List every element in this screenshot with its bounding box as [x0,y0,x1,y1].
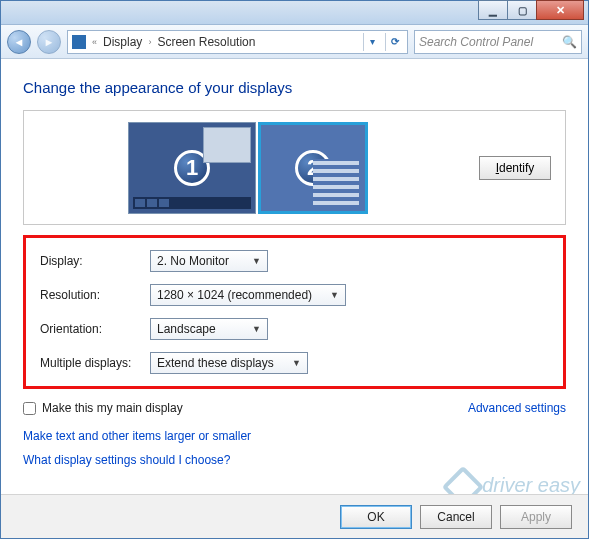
orientation-value: Landscape [157,322,216,336]
monitor-2[interactable]: 2 [258,122,368,214]
titlebar[interactable] [1,1,588,25]
resolution-value: 1280 × 1024 (recommended) [157,288,312,302]
display-label: Display: [40,254,150,268]
identify-button[interactable]: Identify [479,156,551,180]
chevron-right-icon: › [148,37,151,47]
resolution-combobox[interactable]: 1280 × 1024 (recommended) ▼ [150,284,346,306]
control-panel-icon [72,35,86,49]
display-value: 2. No Monitor [157,254,229,268]
advanced-settings-link[interactable]: Advanced settings [468,401,566,415]
back-button[interactable]: ◄ [7,30,31,54]
window-preview-icon [203,127,251,163]
display-combobox[interactable]: 2. No Monitor ▼ [150,250,268,272]
display-preview-panel: 1 2 Identify [23,110,566,225]
search-input[interactable]: Search Control Panel 🔍 [414,30,582,54]
chevron-down-icon: ▼ [330,290,339,300]
main-display-label: Make this my main display [42,401,183,415]
breadcrumb-screen-resolution[interactable]: Screen Resolution [157,35,255,49]
calendar-preview-icon [313,159,359,205]
taskbar-preview-icon [133,197,251,209]
text-size-link[interactable]: Make text and other items larger or smal… [23,429,566,443]
main-display-checkbox[interactable] [23,402,36,415]
forward-button[interactable]: ► [37,30,61,54]
multiple-displays-label: Multiple displays: [40,356,150,370]
refresh-button[interactable]: ⟳ [385,33,403,51]
chevron-down-icon: ▼ [252,256,261,266]
monitor-1[interactable]: 1 [128,122,256,214]
breadcrumb-sep-icon: « [92,37,97,47]
address-bar[interactable]: « Display › Screen Resolution ▾ ⟳ [67,30,408,54]
multiple-displays-value: Extend these displays [157,356,274,370]
search-placeholder: Search Control Panel [419,35,533,49]
chevron-down-icon: ▼ [292,358,301,368]
resolution-label: Resolution: [40,288,150,302]
close-button[interactable] [536,0,584,20]
page-title: Change the appearance of your displays [23,79,566,96]
chevron-down-icon: ▼ [252,324,261,334]
apply-button[interactable]: Apply [500,505,572,529]
footer-bar: OK Cancel Apply [1,494,588,538]
breadcrumb-display[interactable]: Display [103,35,142,49]
help-link[interactable]: What display settings should I choose? [23,453,566,467]
maximize-button[interactable] [507,0,537,20]
toolbar: ◄ ► « Display › Screen Resolution ▾ ⟳ Se… [1,25,588,59]
orientation-combobox[interactable]: Landscape ▼ [150,318,268,340]
multiple-displays-combobox[interactable]: Extend these displays ▼ [150,352,308,374]
window-frame: ◄ ► « Display › Screen Resolution ▾ ⟳ Se… [0,0,589,539]
orientation-label: Orientation: [40,322,150,336]
content-area: Change the appearance of your displays 1… [1,59,588,538]
address-dropdown-button[interactable]: ▾ [363,33,381,51]
minimize-button[interactable] [478,0,508,20]
ok-button[interactable]: OK [340,505,412,529]
cancel-button[interactable]: Cancel [420,505,492,529]
settings-group: Display: 2. No Monitor ▼ Resolution: 128… [23,235,566,389]
search-icon[interactable]: 🔍 [562,35,577,49]
